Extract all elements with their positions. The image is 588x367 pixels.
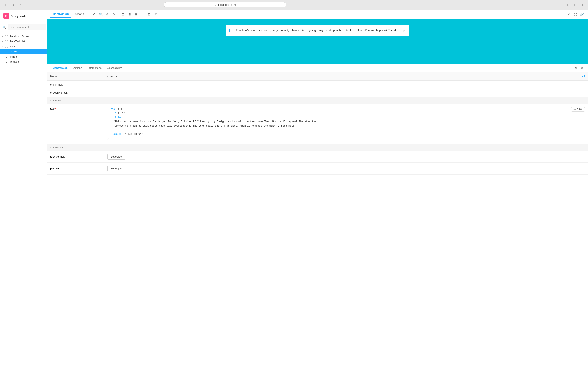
component-icon <box>5 46 8 48</box>
event-row-pin-task: pin-task Set object <box>47 163 588 175</box>
control-name: onArchiveTask <box>50 91 107 94</box>
story-icon <box>6 56 7 58</box>
tab-actions[interactable]: Actions <box>71 65 85 71</box>
search-bar: 🔍 / <box>0 22 47 32</box>
sidebar-item-label: PureTaskList <box>10 40 25 43</box>
sidebar-item-pureinboxscreen[interactable]: ▸ PureInboxScreen <box>0 34 47 39</box>
code-block: - task : { id : "1" title : "This task's… <box>107 107 318 141</box>
tab-accessibility[interactable]: Accessibility <box>105 65 124 71</box>
control-name: task* <box>50 107 107 110</box>
search-input[interactable] <box>8 24 46 30</box>
control-row-onpintask: onPinTask - <box>47 81 588 89</box>
panel-split-button[interactable]: ⊟ <box>573 66 578 71</box>
viewport-button[interactable]: ⊡ <box>146 11 152 17</box>
tab-interactions[interactable]: Interactions <box>85 65 104 71</box>
image-view-button[interactable]: ⊡ <box>120 11 126 17</box>
zoom-in-button[interactable]: 🔍 <box>98 11 103 17</box>
sidebar-item-label: Pinned <box>9 55 17 58</box>
required-indicator: * <box>55 107 56 110</box>
chevron-icon: ▸ <box>2 35 3 37</box>
events-section-header: ▾ EVENTS <box>47 144 588 151</box>
component-icon <box>5 35 8 37</box>
props-section-header: ▾ PROPS <box>47 97 588 104</box>
task-checkbox[interactable] <box>229 29 233 32</box>
browser-forward-button[interactable]: › <box>18 2 24 8</box>
panel-button[interactable]: ▣ <box>133 11 139 17</box>
new-tab-button[interactable]: + <box>572 2 577 8</box>
logo: S Storybook <box>3 13 26 19</box>
chevron-down-icon: ▾ <box>50 146 52 149</box>
control-value: - <box>107 91 585 94</box>
controls-table: Name Control ↺ onPinTask - onArchiveTask… <box>47 73 588 367</box>
chevron-down-icon: ▾ <box>50 99 52 102</box>
sidebar-item-label: Task <box>10 45 15 48</box>
event-name: archive-task <box>50 155 107 158</box>
sidebar-header: S Storybook ··· <box>0 10 47 22</box>
control-row-task: task* - task : { id : "1" title : "This … <box>47 104 588 144</box>
panel-tab-right: ⊟ ✕ <box>573 66 585 71</box>
tab-controls[interactable]: Controls (3) <box>50 65 70 71</box>
tab-canvas[interactable]: Controls (3) <box>50 11 71 18</box>
sidebar-item-label: Archived <box>9 60 19 63</box>
grid-button[interactable]: ⊞ <box>579 2 585 8</box>
list-view-button[interactable]: ≡ <box>140 11 145 17</box>
story-icon <box>6 51 7 52</box>
zoom-reset-button[interactable]: ⊙ <box>111 11 117 17</box>
archive-task-set-object-button[interactable]: Set object <box>107 154 126 160</box>
control-name: onPinTask <box>50 83 107 86</box>
control-value: - <box>107 83 585 86</box>
reload-icon-button[interactable]: ↺ <box>91 11 97 17</box>
props-label: PROPS <box>53 99 62 102</box>
bottom-panel: Controls (3) Actions Interactions Access… <box>47 64 588 367</box>
main-content: Controls (3) Actions ↺ 🔍 ⊖ ⊙ ⊡ ⊞ ▣ ≡ ⊡ ?… <box>47 10 588 367</box>
event-row-archive-task: archive-task Set object <box>47 151 588 163</box>
zoom-out-button[interactable]: ⊖ <box>104 11 110 17</box>
raw-button[interactable]: 👁 RAW <box>571 107 585 112</box>
link-button[interactable]: 🔗 <box>579 11 585 17</box>
control-col-header: Control <box>107 75 117 78</box>
tab-docs[interactable]: Actions <box>72 11 86 18</box>
event-control: Set object <box>107 154 585 160</box>
toolbar-icons: ↺ 🔍 ⊖ ⊙ ⊡ ⊞ ▣ ≡ ⊡ ? <box>91 11 159 17</box>
event-control: Set object <box>107 166 585 171</box>
events-label: EVENTS <box>53 146 63 149</box>
logo-text: Storybook <box>11 14 26 18</box>
help-button[interactable]: ? <box>153 11 159 17</box>
fullscreen-button[interactable]: ⤢ <box>566 11 572 17</box>
name-col-header: Name <box>50 75 107 78</box>
refresh-icon: ↺ <box>234 3 236 6</box>
task-prop-value: - task : { id : "1" title : "This task's… <box>107 107 585 141</box>
pin-task-set-object-button[interactable]: Set object <box>107 166 126 171</box>
divider <box>88 12 88 16</box>
controls-header-right: Control ↺ <box>107 75 585 78</box>
browser-back-button[interactable]: ‹ <box>11 2 16 8</box>
control-row-onarchivetask: onArchiveTask - <box>47 89 588 97</box>
panel-tabs: Controls (3) Actions Interactions Access… <box>47 64 588 73</box>
event-name: pin-task <box>50 167 107 170</box>
open-new-button[interactable]: ⬚ <box>572 11 578 17</box>
sidebar-item-default[interactable]: Default <box>0 49 47 54</box>
toolbar-right: ⤢ ⬚ 🔗 <box>566 11 585 17</box>
chevron-icon: ▾ <box>2 45 3 48</box>
address-bar[interactable]: 🛡 localhost ⊞ ↺ <box>164 2 286 7</box>
browser-actions: ⬆ + ⊞ <box>564 2 585 8</box>
sidebar-item-pinned[interactable]: Pinned <box>0 54 47 59</box>
sidebar-item-archived[interactable]: Archived <box>0 59 47 64</box>
sidebar-item-task[interactable]: ▾ Task <box>0 44 47 49</box>
canvas-area: This task's name is absurdly large. In f… <box>47 19 588 64</box>
controls-table-header: Name Control ↺ <box>47 73 588 81</box>
browser-controls: ⊞ ‹ › <box>3 2 24 8</box>
sidebar-item-label: PureInboxScreen <box>10 35 30 38</box>
sidebar-menu-button[interactable]: ··· <box>38 13 43 19</box>
panel-close-button[interactable]: ✕ <box>579 66 585 71</box>
grid-view-button[interactable]: ⊞ <box>127 11 132 17</box>
sidebar-toggle-button[interactable]: ⊞ <box>3 2 9 8</box>
reader-icon: ⊞ <box>230 3 232 6</box>
task-star-icon[interactable]: ★ <box>402 28 406 33</box>
reset-icon[interactable]: ↺ <box>582 75 585 78</box>
nav-tree: ▸ PureInboxScreen ▸ PureTaskList ▾ Task … <box>0 32 47 367</box>
sidebar-item-puretasklist[interactable]: ▸ PureTaskList <box>0 39 47 44</box>
share-button[interactable]: ⬆ <box>564 2 570 8</box>
browser-chrome: ⊞ ‹ › 🛡 localhost ⊞ ↺ ⬆ + ⊞ <box>0 0 588 10</box>
story-icon <box>6 61 7 63</box>
